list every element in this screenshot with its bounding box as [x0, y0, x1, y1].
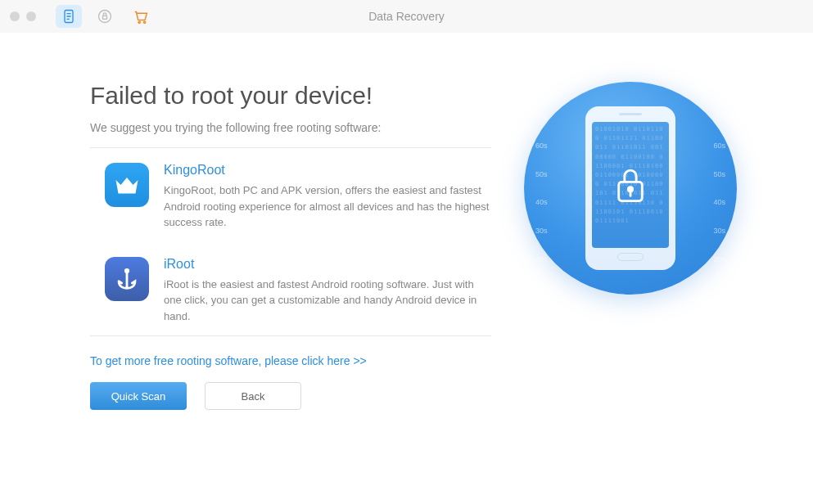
left-scale: 70s 60s 50s 40s 30s 20s: [535, 113, 563, 263]
scale-label: 30s: [535, 227, 548, 235]
kingoroot-icon: [105, 163, 149, 207]
software-item-iroot: iRoot iRoot is the easiest and fastest A…: [90, 242, 491, 336]
document-icon: [61, 8, 77, 25]
iroot-link-name[interactable]: iRoot: [164, 257, 491, 272]
svg-point-1: [99, 11, 111, 23]
kingoroot-link-name[interactable]: KingoRoot: [164, 163, 491, 178]
quick-scan-button[interactable]: Quick Scan: [90, 382, 187, 410]
svg-rect-2: [103, 16, 107, 19]
svg-point-3: [138, 21, 140, 23]
right-scale: 70s 60s 50s 40s 30s 20s: [698, 113, 725, 263]
scale-label: 40s: [713, 198, 725, 206]
backup-tab-icon[interactable]: [92, 5, 118, 28]
crown-icon: [112, 170, 142, 200]
scale-label: 50s: [713, 170, 725, 178]
scale-label: 20s: [713, 255, 725, 263]
data-recovery-tab-icon[interactable]: [56, 5, 82, 28]
scale-label: 50s: [535, 170, 548, 178]
scale-label: 30s: [713, 227, 725, 235]
scale-label: 60s: [535, 142, 548, 150]
scale-label: 70s: [535, 113, 548, 121]
phone-illustration: 01001010 01101100 01101111 01100011 0110…: [585, 106, 675, 270]
software-item-kingoroot: KingoRoot KingoRoot, both PC and APK ver…: [90, 148, 491, 242]
scale-label: 40s: [535, 198, 548, 206]
illustration: 70s 60s 50s 40s 30s 20s 70s 60s 50s 40s …: [524, 82, 737, 295]
page-subtitle: We suggest you trying the following free…: [90, 121, 491, 134]
back-button[interactable]: Back: [205, 382, 301, 410]
scale-label: 20s: [535, 255, 548, 263]
lock-circle-icon: [97, 8, 113, 25]
store-tab-icon[interactable]: [128, 5, 154, 28]
cart-icon: [132, 7, 150, 25]
close-window-dot[interactable]: [10, 11, 20, 21]
window-title: Data Recovery: [368, 10, 445, 23]
iroot-icon: [105, 257, 149, 301]
window-controls[interactable]: [10, 11, 36, 21]
kingoroot-description: KingoRoot, both PC and APK version, offe…: [164, 182, 491, 231]
more-rooting-software-link[interactable]: To get more free rooting software, pleas…: [90, 354, 491, 367]
iroot-description: iRoot is the easiest and fastest Android…: [164, 277, 491, 325]
scale-label: 70s: [713, 113, 725, 121]
scale-label: 60s: [713, 142, 725, 150]
divider: [90, 335, 491, 336]
anchor-icon: [113, 265, 141, 293]
toolbar: Data Recovery: [0, 0, 813, 33]
minimize-window-dot[interactable]: [26, 11, 36, 21]
page-title: Failed to root your device!: [90, 82, 491, 110]
svg-point-4: [143, 21, 145, 23]
